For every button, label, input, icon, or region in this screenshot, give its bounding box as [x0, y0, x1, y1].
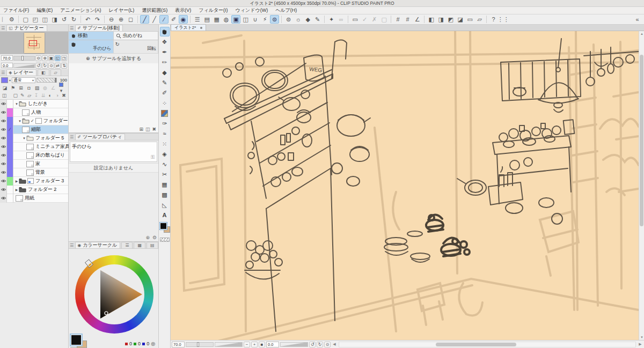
fit-screen-icon[interactable]: ◻	[126, 15, 135, 24]
navigator-view-rect[interactable]	[29, 40, 37, 46]
undo-icon[interactable]: ↶	[83, 15, 92, 24]
layer-row-haikei[interactable]: 背景	[0, 168, 68, 177]
panel-menu-icon[interactable]: ☰	[1, 70, 5, 75]
duplicate-subtool-icon[interactable]: ◫	[145, 127, 150, 132]
menu-window[interactable]: ウィンドウ(W)	[236, 7, 268, 14]
new-vector-layer-icon[interactable]: ✎	[20, 93, 25, 98]
pen-pressure-icon[interactable]: ✐	[169, 15, 178, 24]
new-raster-layer-icon[interactable]: ▢	[13, 93, 18, 98]
material-tool[interactable]: ▩	[160, 190, 170, 199]
open-file-icon[interactable]: ◰	[31, 15, 40, 24]
create-mask-icon[interactable]: ◐	[47, 93, 53, 98]
blur-icon[interactable]: ◍	[222, 15, 231, 24]
new-canvas-icon[interactable]: ▢	[21, 15, 30, 24]
layer-row-folder4[interactable]: ▼ ✓ フォルダー 4	[0, 117, 68, 125]
help-icon[interactable]: ?	[489, 15, 498, 24]
tab-animation-cel[interactable]: ▱	[50, 69, 61, 76]
tab-subtool[interactable]: ✐ サブツール[移動]	[75, 25, 123, 31]
new-folder-icon[interactable]: ▱	[27, 93, 32, 98]
hand-tool[interactable]	[160, 27, 170, 36]
rotation-wedge[interactable]	[280, 342, 308, 347]
zoom-slider[interactable]	[186, 342, 214, 347]
grid-settings-icon[interactable]: #	[403, 15, 412, 24]
tab-color-slider[interactable]: ☰	[121, 242, 133, 248]
tab-tool-property[interactable]: ✐ ツールプロパティ	[75, 134, 125, 140]
eye-icon[interactable]	[0, 151, 7, 160]
eye-icon[interactable]	[0, 168, 7, 177]
tab-color-set[interactable]: ▦	[134, 242, 145, 248]
tab-layer[interactable]: ◈ レイヤー	[6, 69, 36, 76]
apply-mask-icon[interactable]: ◑	[54, 93, 60, 98]
grid-icon[interactable]: #	[393, 15, 402, 24]
folder-expand-icon[interactable]: ▼	[14, 102, 19, 106]
layer-color-swatch[interactable]	[1, 77, 8, 83]
revert-icon[interactable]: ↺	[60, 15, 69, 24]
eraser-tool[interactable]: ◈	[160, 149, 170, 159]
nav-reset-rotation-icon[interactable]: ⊙	[48, 63, 54, 69]
frame-border-tool[interactable]: ▦	[160, 180, 170, 189]
layer-color-chip[interactable]	[7, 160, 13, 168]
eye-icon[interactable]	[0, 186, 7, 194]
main-color-swatch[interactable]	[71, 335, 82, 345]
scroll-right-icon[interactable]: ▶	[638, 342, 643, 346]
add-subtool-icon[interactable]: ⊞	[139, 127, 143, 132]
lock-icon[interactable]: ⚿	[151, 154, 155, 160]
keyframe-icon[interactable]: ⚑	[10, 85, 16, 91]
spray-tool[interactable]: ⁙	[160, 139, 170, 149]
eye-icon[interactable]	[0, 143, 7, 151]
subtool-item-rotate[interactable]: ↻ 回転	[114, 40, 159, 53]
opacity-value[interactable]: 100	[58, 78, 67, 83]
flip-canvas-icon[interactable]: ◆	[303, 15, 312, 24]
material-icon[interactable]: ◫	[241, 15, 250, 24]
watercolor-tool[interactable]: ≈	[160, 129, 170, 138]
nav-actual-size-icon[interactable]: ▣	[48, 55, 54, 61]
wrench-icon[interactable]: ⚙	[152, 235, 157, 240]
menu-filter[interactable]: フィルター(I)	[199, 7, 228, 14]
layer-row-miniature[interactable]: ミニチュア家具	[0, 143, 68, 151]
eye-icon[interactable]	[0, 194, 7, 203]
layer-row-youshi[interactable]: 用紙	[0, 194, 68, 203]
snap-ruler-icon[interactable]: ╱	[140, 15, 149, 24]
delete-subtool-icon[interactable]: ✖	[152, 127, 156, 132]
save-icon[interactable]: ◫	[40, 15, 49, 24]
layer-row-folder2[interactable]: ▶ フォルダー 2	[0, 186, 68, 194]
sv-triangle[interactable]	[75, 255, 153, 334]
scroll-left-icon[interactable]: ◀	[332, 342, 337, 346]
eye-icon[interactable]	[0, 160, 7, 168]
menu-help[interactable]: ヘルプ(H)	[275, 7, 297, 14]
zoom-in-icon[interactable]: ⊕	[116, 15, 126, 24]
layer-color-chip[interactable]	[7, 168, 13, 177]
nav-fit-screen-icon[interactable]: ◱	[55, 55, 61, 61]
layer-color-chip[interactable]	[7, 194, 13, 203]
select-layer-icon[interactable]: ☰	[193, 15, 202, 24]
layer-row-yuka[interactable]: 床の散らばり	[0, 151, 68, 160]
subtool-group-move[interactable]: 移動	[69, 32, 114, 40]
rotate-left-button[interactable]: ↺	[309, 342, 316, 347]
curve-icon[interactable]: ∪	[251, 15, 260, 24]
tab-color-history[interactable]: ▤	[147, 242, 158, 248]
nav-flip-horizontal-icon[interactable]: ⇄	[55, 63, 61, 69]
main-color-swatch[interactable]	[160, 223, 167, 229]
eye-icon[interactable]	[0, 100, 7, 108]
fill-tool[interactable]: ◆	[160, 68, 170, 77]
draft-layer-icon[interactable]: ▣	[231, 15, 240, 24]
navigator-zoom-slider[interactable]	[13, 56, 35, 61]
horizontal-scrollbar[interactable]	[339, 342, 636, 347]
layer-row-folder5[interactable]: ▼ フォルダー 5	[0, 134, 68, 143]
airbrush-tool[interactable]: ⁘	[160, 98, 170, 108]
canvas[interactable]: WEG	[171, 31, 639, 340]
layer-row-ie[interactable]: 家	[0, 160, 68, 168]
layer-mask-thumbnail[interactable]	[35, 118, 42, 124]
menu-layer[interactable]: レイヤー(L)	[109, 7, 135, 14]
panel-subtool-icon[interactable]: ◪	[456, 15, 465, 24]
fit-button[interactable]: ■	[259, 342, 265, 347]
panel-timeline-icon[interactable]: ▱	[475, 15, 484, 24]
transparent-color-swatch[interactable]	[160, 238, 170, 242]
save-as-icon[interactable]: ◨	[50, 15, 59, 24]
opacity-slider[interactable]	[36, 78, 57, 83]
nav-zoom-in-icon[interactable]: ⊕	[42, 55, 48, 61]
eye-icon[interactable]	[0, 177, 7, 186]
scroll-down-icon[interactable]: ▼	[639, 335, 644, 340]
panel-menu-icon[interactable]: ☰	[70, 26, 74, 31]
delete-layer-icon[interactable]: ✖	[61, 93, 67, 98]
